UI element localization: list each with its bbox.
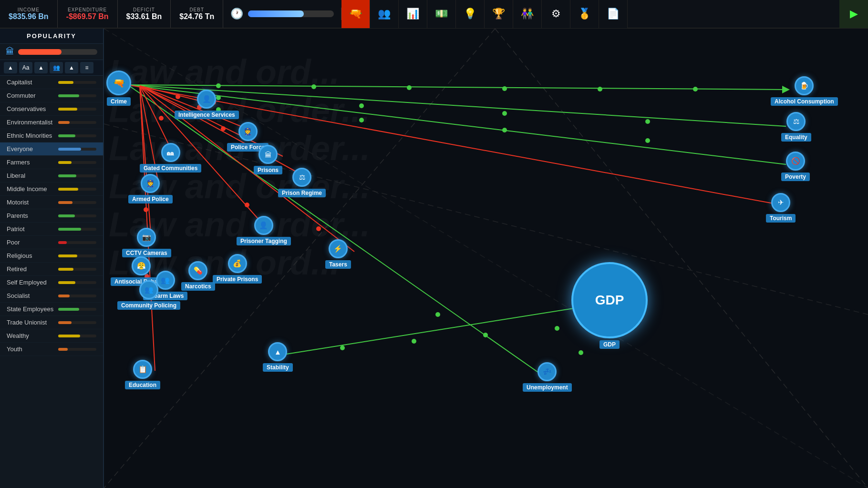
group-bar-bg bbox=[58, 161, 96, 164]
node-intelligence[interactable]: 👤 Intelligence Services bbox=[175, 90, 239, 119]
node-cctv[interactable]: 📷 CCTV Cameras bbox=[122, 228, 171, 257]
svg-point-30 bbox=[502, 111, 507, 116]
svg-point-49 bbox=[483, 333, 488, 337]
community-policing-label: Community Policing bbox=[117, 301, 180, 310]
group-name-label: Environmentalist bbox=[7, 119, 55, 126]
tasers-icon: ⚡ bbox=[329, 239, 348, 258]
node-alcohol[interactable]: 🍺 Alcohol Consumption bbox=[771, 76, 838, 106]
armed-police-icon: 👮 bbox=[141, 174, 160, 193]
sidebar-group-item-religious[interactable]: Religious bbox=[0, 249, 103, 263]
sidebar-group-item-parents[interactable]: Parents bbox=[0, 209, 103, 223]
toolbar-trophy-btn[interactable]: 🏆 bbox=[485, 0, 513, 28]
group-bar-bg bbox=[58, 121, 96, 124]
sidebar-group-item-conservatives[interactable]: Conservatives bbox=[0, 102, 103, 116]
group-bar-bg bbox=[58, 134, 96, 137]
sidebar-group-item-state-employees[interactable]: State Employees bbox=[0, 303, 103, 316]
sidebar-group-item-environmentalist[interactable]: Environmentalist bbox=[0, 116, 103, 129]
income-stat: INCOME $835.96 Bn bbox=[0, 0, 58, 28]
play-btn[interactable]: ▶ bbox=[839, 0, 868, 28]
sidebar-sort-btn6[interactable]: ≡ bbox=[80, 62, 93, 73]
group-bar-bg bbox=[58, 241, 96, 244]
svg-point-24 bbox=[407, 85, 412, 90]
node-equality[interactable]: ⚖ Equality bbox=[781, 112, 811, 142]
group-bar-fill bbox=[58, 241, 67, 244]
node-unemployment[interactable]: 💤 Unemployment bbox=[523, 362, 572, 392]
node-tasers[interactable]: ⚡ Tasers bbox=[325, 239, 351, 269]
main-canvas: Law and ord... Law and order... Law and … bbox=[104, 29, 868, 488]
group-name-label: Motorist bbox=[7, 199, 55, 206]
sidebar-group-item-patriot[interactable]: Patriot bbox=[0, 223, 103, 236]
income-value: $835.96 Bn bbox=[9, 12, 49, 21]
node-prisoner-tagging[interactable]: 👤 Prisoner Tagging bbox=[237, 216, 291, 245]
node-armed-police[interactable]: 👮 Armed Police bbox=[128, 174, 173, 203]
sidebar-sort-btn5[interactable]: ▲ bbox=[65, 62, 78, 73]
node-stability[interactable]: ▲ Stability bbox=[263, 342, 293, 372]
node-community-policing[interactable]: 👥 Community Policing bbox=[117, 280, 180, 310]
toolbar-docs-btn[interactable]: 📄 bbox=[599, 0, 628, 28]
svg-line-8 bbox=[128, 85, 543, 376]
private-prisons-icon: 💰 bbox=[228, 254, 247, 273]
group-name-label: Poor bbox=[7, 239, 55, 246]
income-label: INCOME bbox=[18, 7, 40, 12]
node-gdp[interactable]: GDP GDP bbox=[571, 262, 648, 349]
group-bar-fill bbox=[58, 94, 79, 97]
prisons-icon: 🏛 bbox=[258, 145, 278, 164]
sidebar-group-item-socialist[interactable]: Socialist bbox=[0, 289, 103, 303]
group-bar-bg bbox=[58, 348, 96, 351]
svg-point-34 bbox=[502, 128, 507, 132]
toolbar-law-btn[interactable]: 🔫 bbox=[341, 0, 370, 28]
node-poverty[interactable]: 🚫 Poverty bbox=[781, 152, 810, 181]
group-bar-fill bbox=[58, 201, 72, 204]
svg-point-40 bbox=[221, 126, 226, 131]
sidebar-group-item-wealthy[interactable]: Wealthy bbox=[0, 329, 103, 343]
svg-point-35 bbox=[645, 138, 650, 143]
toolbar-idea-btn[interactable]: 💡 bbox=[456, 0, 485, 28]
sidebar-group-item-liberal[interactable]: Liberal bbox=[0, 169, 103, 183]
deficit-label: DEFICIT bbox=[133, 7, 155, 12]
group-bar-bg bbox=[58, 308, 96, 311]
sidebar-sort-btn2[interactable]: Aa bbox=[19, 62, 32, 73]
toolbar-social-btn[interactable]: 👫 bbox=[513, 0, 542, 28]
sidebar-group-item-middle-income[interactable]: Middle Income bbox=[0, 183, 103, 196]
crime-icon: 🔫 bbox=[106, 71, 131, 95]
toolbar-settings-btn[interactable]: ⚙ bbox=[542, 0, 570, 28]
svg-line-2 bbox=[104, 124, 868, 315]
svg-point-53 bbox=[579, 350, 583, 355]
toolbar-award-btn[interactable]: 🥇 bbox=[570, 0, 599, 28]
toolbar-people-btn[interactable]: 👥 bbox=[370, 0, 399, 28]
deficit-stat: DEFICIT $33.61 Bn bbox=[118, 0, 171, 28]
intelligence-icon: 👤 bbox=[197, 90, 216, 109]
sidebar-group-item-capitalist[interactable]: Capitalist bbox=[0, 76, 103, 89]
sidebar-group-item-trade-unionist[interactable]: Trade Unionist bbox=[0, 316, 103, 329]
sidebar-group-item-commuter[interactable]: Commuter bbox=[0, 89, 103, 102]
sidebar-group-item-ethnic-minorities[interactable]: Ethnic Minorities bbox=[0, 129, 103, 142]
sidebar-group-item-farmers[interactable]: Farmers bbox=[0, 156, 103, 169]
sidebar-sort-btn3[interactable]: ▲ bbox=[34, 62, 48, 73]
sidebar-group-item-self-employed[interactable]: Self Employed bbox=[0, 276, 103, 289]
group-bar-fill bbox=[58, 148, 81, 151]
group-bar-bg bbox=[58, 188, 96, 191]
sidebar-group-item-everyone[interactable]: Everyone bbox=[0, 142, 103, 156]
sidebar-group-item-motorist[interactable]: Motorist bbox=[0, 196, 103, 209]
group-name-label: Patriot bbox=[7, 225, 55, 233]
group-name-label: State Employees bbox=[7, 305, 55, 313]
group-bar-bg bbox=[58, 174, 96, 177]
sidebar-sort-btn4[interactable]: 👥 bbox=[50, 62, 63, 73]
sidebar-group-item-retired[interactable]: Retired bbox=[0, 263, 103, 276]
sidebar-sort-alpha-btn[interactable]: ▲ bbox=[4, 62, 17, 73]
toolbar-money-btn[interactable]: 💵 bbox=[427, 0, 456, 28]
node-education[interactable]: 📋 Education bbox=[125, 360, 160, 389]
node-tourism[interactable]: ✈ Tourism bbox=[766, 193, 796, 223]
node-crime[interactable]: 🔫 Crime bbox=[106, 71, 131, 106]
expenditure-label: EXPENDITURE bbox=[68, 7, 107, 12]
sidebar-group-item-youth[interactable]: Youth bbox=[0, 343, 103, 356]
debt-label: DEBT bbox=[189, 7, 204, 12]
group-name-label: Liberal bbox=[7, 172, 55, 179]
toolbar-chart-btn[interactable]: 📊 bbox=[399, 0, 427, 28]
node-private-prisons[interactable]: 💰 Private Prisons bbox=[213, 254, 262, 284]
deficit-value: $33.61 Bn bbox=[126, 12, 162, 21]
node-prison-regime[interactable]: ⚖ Prison Regime bbox=[278, 168, 326, 197]
node-gated-communities[interactable]: 🏘 Gated Communities bbox=[140, 143, 201, 173]
sidebar-group-item-poor[interactable]: Poor bbox=[0, 236, 103, 249]
group-name-label: Capitalist bbox=[7, 79, 55, 86]
